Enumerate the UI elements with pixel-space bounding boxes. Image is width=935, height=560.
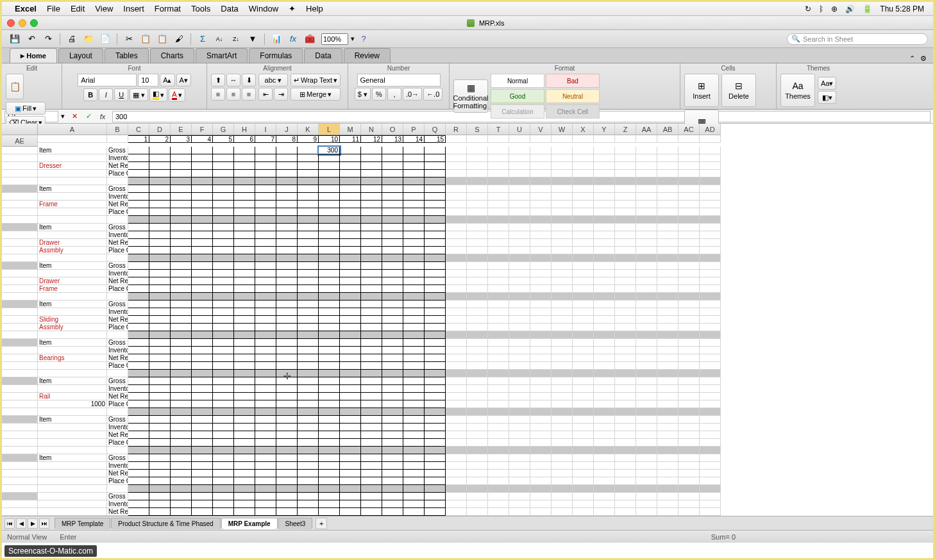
cell[interactable] bbox=[403, 331, 425, 339]
cell[interactable] bbox=[234, 493, 255, 500]
cell[interactable] bbox=[149, 470, 171, 477]
cell[interactable] bbox=[192, 347, 213, 354]
cell[interactable] bbox=[446, 454, 467, 462]
cell[interactable] bbox=[403, 147, 425, 154]
cell[interactable] bbox=[615, 362, 636, 370]
cell[interactable] bbox=[255, 316, 276, 324]
cell[interactable] bbox=[573, 485, 594, 493]
cell[interactable] bbox=[446, 177, 467, 185]
cell[interactable] bbox=[2, 308, 38, 316]
cell[interactable] bbox=[213, 216, 234, 224]
cell[interactable] bbox=[488, 331, 509, 339]
cell[interactable] bbox=[149, 162, 171, 170]
cell[interactable] bbox=[171, 370, 192, 377]
cell[interactable] bbox=[636, 377, 657, 385]
cell[interactable] bbox=[38, 177, 107, 185]
cell[interactable] bbox=[509, 485, 530, 493]
cell[interactable] bbox=[38, 331, 107, 339]
cell[interactable]: Gross Requirements bbox=[107, 185, 128, 193]
cell[interactable] bbox=[171, 277, 192, 285]
cell[interactable]: Dresser bbox=[38, 162, 107, 170]
cell[interactable] bbox=[192, 185, 213, 193]
cell[interactable] bbox=[573, 301, 594, 308]
cell[interactable] bbox=[128, 170, 149, 177]
cell[interactable] bbox=[657, 477, 678, 485]
cell[interactable] bbox=[700, 416, 721, 424]
cell[interactable] bbox=[446, 185, 467, 193]
cell[interactable] bbox=[615, 370, 636, 377]
cell[interactable] bbox=[594, 247, 615, 254]
cell[interactable] bbox=[467, 231, 488, 239]
cell[interactable] bbox=[615, 462, 636, 470]
cell[interactable]: Net Requirements bbox=[107, 393, 128, 400]
cell[interactable] bbox=[171, 177, 192, 185]
cell[interactable] bbox=[488, 385, 509, 393]
cell[interactable] bbox=[636, 277, 657, 285]
cell[interactable] bbox=[425, 439, 446, 447]
col-header[interactable]: AC bbox=[678, 124, 700, 135]
cell[interactable] bbox=[171, 339, 192, 347]
cell[interactable] bbox=[403, 370, 425, 377]
cell[interactable] bbox=[403, 193, 425, 201]
cell[interactable]: Place Order bbox=[107, 400, 128, 408]
increase-indent[interactable]: ⇥ bbox=[274, 88, 288, 101]
cell[interactable]: 10 bbox=[319, 135, 340, 143]
cell[interactable] bbox=[276, 170, 298, 177]
col-header[interactable]: AD bbox=[700, 124, 721, 135]
cell[interactable] bbox=[255, 447, 276, 454]
cell[interactable] bbox=[128, 393, 149, 400]
cell[interactable] bbox=[700, 201, 721, 208]
cell[interactable] bbox=[382, 377, 403, 385]
cell[interactable]: Inventory on Hand bbox=[107, 308, 128, 316]
cell[interactable] bbox=[2, 470, 38, 477]
cell[interactable] bbox=[192, 301, 213, 308]
cell[interactable] bbox=[361, 362, 382, 370]
cell[interactable] bbox=[636, 247, 657, 254]
cell[interactable] bbox=[2, 262, 38, 270]
cell[interactable] bbox=[530, 162, 552, 170]
cell[interactable] bbox=[700, 247, 721, 254]
cell[interactable] bbox=[171, 293, 192, 301]
cell[interactable] bbox=[573, 454, 594, 462]
cell[interactable] bbox=[530, 239, 552, 247]
cell[interactable] bbox=[234, 477, 255, 485]
cell[interactable] bbox=[298, 177, 319, 185]
cell[interactable] bbox=[467, 147, 488, 154]
cell[interactable] bbox=[298, 393, 319, 400]
cell[interactable] bbox=[298, 193, 319, 201]
add-sheet-button[interactable]: + bbox=[316, 518, 327, 529]
sheet-tab-1[interactable]: Product Structure & Time Phased bbox=[111, 518, 220, 529]
cell[interactable] bbox=[657, 170, 678, 177]
cell[interactable] bbox=[636, 431, 657, 439]
cell[interactable] bbox=[467, 439, 488, 447]
cell[interactable] bbox=[636, 193, 657, 201]
cell[interactable] bbox=[657, 408, 678, 416]
tab-tables[interactable]: Tables bbox=[105, 48, 149, 63]
cell[interactable] bbox=[678, 185, 700, 193]
cell[interactable] bbox=[636, 216, 657, 224]
cell[interactable] bbox=[636, 462, 657, 470]
cell[interactable] bbox=[171, 154, 192, 162]
col-header[interactable]: E bbox=[171, 124, 192, 135]
format-painter[interactable]: 🖌 bbox=[171, 32, 187, 46]
cell[interactable] bbox=[425, 362, 446, 370]
cell[interactable] bbox=[700, 208, 721, 216]
cell[interactable] bbox=[319, 431, 340, 439]
cell[interactable] bbox=[594, 424, 615, 431]
cell[interactable] bbox=[2, 293, 38, 301]
cell[interactable] bbox=[382, 370, 403, 377]
cell[interactable] bbox=[594, 208, 615, 216]
cell[interactable]: Place Order bbox=[107, 477, 128, 485]
cell[interactable] bbox=[192, 162, 213, 170]
cell[interactable] bbox=[213, 462, 234, 470]
cell[interactable] bbox=[488, 293, 509, 301]
cell[interactable] bbox=[657, 370, 678, 377]
cell[interactable] bbox=[446, 254, 467, 262]
cell[interactable] bbox=[149, 208, 171, 216]
cell[interactable] bbox=[128, 147, 149, 154]
cell[interactable] bbox=[446, 135, 467, 143]
cell[interactable] bbox=[552, 500, 573, 508]
cell[interactable] bbox=[128, 239, 149, 247]
cell[interactable] bbox=[446, 285, 467, 293]
cell[interactable] bbox=[213, 316, 234, 324]
